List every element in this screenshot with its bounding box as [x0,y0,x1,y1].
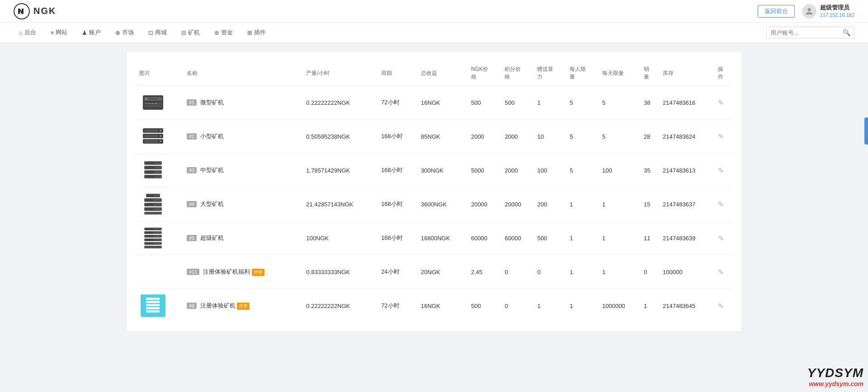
edit-button[interactable]: ✎ [718,167,724,174]
cell-total: 16NGK [417,289,467,323]
svg-rect-37 [144,212,162,215]
cell-period: 168小时 [377,120,417,154]
cell-image [136,187,183,221]
edit-button[interactable]: ✎ [718,302,724,310]
miner-name: 大型矿机 [200,201,224,207]
user-name: 超级管理员 [820,4,854,12]
svg-rect-41 [145,232,153,233]
svg-rect-30 [147,195,154,196]
nav-search[interactable]: 🔍 [766,27,854,38]
edit-button[interactable]: ✎ [718,234,724,242]
avatar [802,4,816,19]
col-stock: 库存 [659,61,714,86]
cell-period: 24小时 [377,255,417,289]
svg-rect-43 [145,235,153,237]
search-icon[interactable]: 🔍 [843,29,850,36]
table-header-row: 图片 名称 产量/小时 周期 总收益 NGK价格 积分价格 赠送算力 每人限量 … [136,61,732,86]
cell-ngk-price: 60000 [467,221,501,255]
svg-rect-39 [145,228,153,230]
cell-bonus: 500 [533,221,566,255]
list-icon: ≡ [51,29,54,36]
header: NGK 返回前台 超级管理员 117.152.16.182 [0,0,868,23]
nav-item-dashboard[interactable]: ⌂ 后台 [14,26,42,39]
nav-item-plugin[interactable]: ⊞ 插件 [242,26,271,39]
svg-rect-24 [146,167,155,168]
status-badge: 停售 [252,269,264,276]
main-content: 图片 名称 产量/小时 周期 总收益 NGK价格 积分价格 赠送算力 每人限量 … [0,43,868,341]
search-input[interactable] [770,29,843,36]
nav-label-miner: 矿机 [188,28,200,37]
nav-item-miner[interactable]: ⊟ 矿机 [176,26,205,39]
nav-label-finance: 资金 [221,28,233,37]
cell-output: 1.78571429NGK [302,154,377,187]
header-right: 返回前台 超级管理员 117.152.16.182 [758,4,854,19]
cell-action: ✎ [714,86,732,120]
cell-image [136,255,183,289]
logo-icon [14,3,30,19]
cell-point-price: 0 [501,255,533,289]
svg-rect-8 [145,103,147,104]
svg-rect-19 [144,140,158,143]
cell-image [136,289,183,323]
cell-bonus: 1 [533,289,566,323]
col-bonus: 赠送算力 [533,61,566,86]
cell-stock: 2147483645 [659,289,714,323]
cell-image [136,221,183,255]
cell-ngk-price: 20000 [467,187,501,221]
back-button[interactable]: 返回前台 [758,5,795,18]
cell-ngk-price: 500 [467,86,501,120]
cell-sales: 28 [640,120,659,154]
nav-item-market[interactable]: ⊕ 市场 [110,26,139,39]
cell-output: 0.22222222NGK [302,86,377,120]
cell-output: 100NGK [302,221,377,255]
table-row: #2 小型矿机 0.50595238NGK 168小时 85NGK 2000 2… [136,120,732,154]
avatar-icon [804,6,814,16]
id-badge: #3 [187,167,197,173]
cell-point-price: 0 [501,289,533,323]
edit-button[interactable]: ✎ [718,268,724,276]
nav-item-finance[interactable]: ⊛ 资金 [209,26,238,39]
miner-name: 微型矿机 [200,99,224,106]
col-per-day: 每天限量 [599,61,640,86]
id-badge: #11 [187,269,199,275]
table-row: #11 注册体验矿机福利 停售 0.83333333NGK 24小时 20NGK… [136,255,732,289]
svg-point-17 [160,135,161,137]
user-info: 超级管理员 117.152.16.182 [802,4,854,19]
cell-total: 16800NGK [417,221,467,255]
cell-total: 20NGK [417,255,467,289]
nav-item-account[interactable]: ♟ 账户 [76,26,106,39]
nav-item-website[interactable]: ≡ 网站 [45,26,73,39]
cell-period: 168小时 [377,154,417,187]
col-ngk-price: NGK价格 [467,61,501,86]
edit-button[interactable]: ✎ [718,99,724,107]
svg-rect-28 [146,176,155,177]
logo-text: NGK [33,6,56,16]
nav-label-plugin: 插件 [254,28,266,37]
col-per-person: 每人限量 [566,61,599,86]
miner-image-cyan [141,294,165,317]
col-image: 图片 [136,61,183,86]
nav-item-shop[interactable]: ⊡ 商城 [143,26,172,39]
svg-rect-26 [146,171,155,173]
cell-total: 3600NGK [417,187,467,221]
cell-per-day: 5 [599,86,640,120]
user-details: 超级管理员 117.152.16.182 [820,4,854,18]
svg-rect-45 [145,239,153,241]
cell-image [136,154,183,187]
cell-sales: 38 [640,86,659,120]
cell-stock: 2147483613 [659,154,714,187]
nav: ⌂ 后台 ≡ 网站 ♟ 账户 ⊕ 市场 ⊡ 商城 ⊟ 矿机 ⊛ 资金 ⊞ 插件 … [0,23,868,43]
miner-image-icon [141,93,165,112]
miner-image [139,91,166,114]
edit-button[interactable]: ✎ [718,133,724,140]
edit-button[interactable]: ✎ [718,201,724,208]
table-row: #5 超级矿机 100NGK 168小时 16800NGK 60000 6000… [136,221,732,255]
col-output: 产量/小时 [302,61,377,86]
cell-action: ✎ [714,187,732,221]
cell-per-person: 1 [566,289,599,323]
svg-rect-53 [146,310,160,313]
miner-name: 超级矿机 [200,234,224,241]
svg-rect-7 [144,105,162,107]
cell-sales: 11 [640,221,659,255]
id-badge: #2 [187,133,197,140]
